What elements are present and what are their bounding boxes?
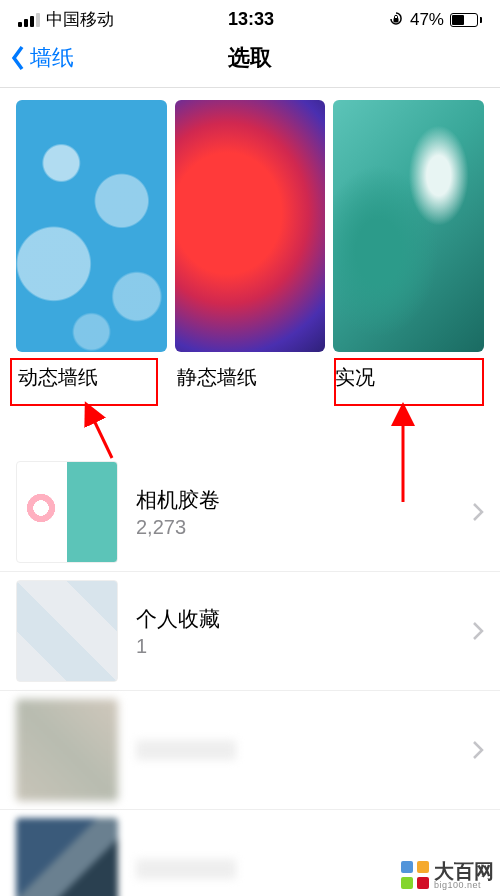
watermark-logo-icon (400, 860, 430, 890)
battery-pct: 47% (410, 10, 444, 30)
wallpaper-categories: 动态墙纸 静态墙纸 实况 (0, 88, 500, 403)
chevron-right-icon (472, 740, 484, 760)
back-label: 墙纸 (30, 43, 74, 73)
wallpaper-live[interactable]: 实况 (333, 100, 484, 403)
album-count: 2,273 (136, 516, 472, 539)
wallpaper-static[interactable]: 静态墙纸 (175, 100, 326, 403)
svg-rect-6 (417, 861, 429, 873)
orientation-lock-icon (388, 12, 404, 28)
album-thumb (16, 699, 118, 801)
carrier-label: 中国移动 (46, 8, 114, 31)
watermark-text: 大百网 (434, 861, 494, 881)
wallpaper-label: 动态墙纸 (16, 352, 167, 403)
clock: 13:33 (228, 9, 274, 30)
album-info (136, 740, 472, 760)
signal-icon (18, 13, 40, 27)
album-list: 相机胶卷 2,273 个人收藏 1 (0, 453, 500, 896)
chevron-left-icon (10, 44, 26, 72)
chevron-right-icon (472, 502, 484, 522)
album-info: 个人收藏 1 (136, 605, 472, 658)
back-button[interactable]: 墙纸 (10, 43, 74, 73)
album-thumb (16, 580, 118, 682)
wallpaper-thumb-live (333, 100, 484, 352)
wallpaper-label: 实况 (333, 352, 484, 403)
wallpaper-thumb-static (175, 100, 326, 352)
album-info: 相机胶卷 2,273 (136, 486, 472, 539)
album-row-blurred[interactable] (0, 691, 500, 810)
watermark-url: big100.net (434, 881, 494, 890)
album-title: 相机胶卷 (136, 486, 472, 514)
svg-rect-0 (393, 18, 398, 23)
chevron-right-icon (472, 621, 484, 641)
album-thumb (16, 461, 118, 563)
album-title-blurred (136, 740, 236, 760)
status-right: 47% (388, 10, 482, 30)
album-row-favorites[interactable]: 个人收藏 1 (0, 572, 500, 691)
album-thumb (16, 818, 118, 896)
status-left: 中国移动 (18, 8, 114, 31)
wallpaper-label: 静态墙纸 (175, 352, 326, 403)
album-count: 1 (136, 635, 472, 658)
svg-rect-5 (401, 861, 413, 873)
watermark: 大百网 big100.net (400, 860, 494, 890)
svg-rect-8 (417, 877, 429, 889)
svg-line-2 (90, 412, 112, 458)
album-title-blurred (136, 859, 236, 879)
album-title: 个人收藏 (136, 605, 472, 633)
wallpaper-dynamic[interactable]: 动态墙纸 (16, 100, 167, 403)
album-row-camera-roll[interactable]: 相机胶卷 2,273 (0, 453, 500, 572)
battery-icon (450, 13, 482, 27)
status-bar: 中国移动 13:33 47% (0, 0, 500, 35)
nav-bar: 墙纸 选取 (0, 35, 500, 88)
svg-rect-7 (401, 877, 413, 889)
page-title: 选取 (228, 43, 272, 73)
wallpaper-thumb-dynamic (16, 100, 167, 352)
